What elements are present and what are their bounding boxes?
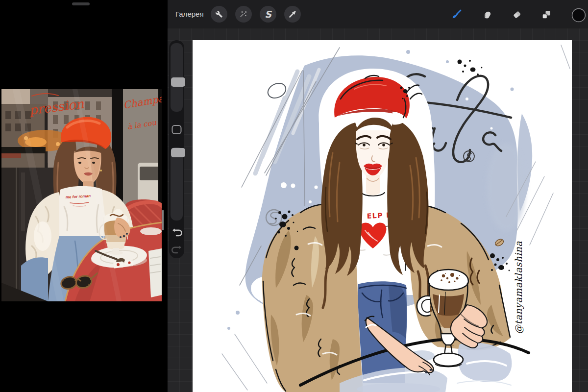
undo-button[interactable]	[171, 227, 183, 241]
actions-button[interactable]	[211, 6, 227, 23]
color-circle-icon	[571, 8, 586, 23]
svg-text:S: S	[265, 9, 272, 20]
scroll-indicator[interactable]	[162, 210, 164, 230]
top-toolbar: Галерея S	[168, 0, 588, 28]
gallery-button[interactable]: Галерея	[175, 0, 204, 28]
artist-signature: @tanyamaklashina	[513, 241, 524, 334]
selection-s-icon: S	[260, 6, 276, 23]
color-button[interactable]	[571, 8, 586, 24]
reference-panel: pression Champag à la cou	[0, 0, 168, 392]
layers-button[interactable]	[538, 6, 555, 25]
brush-icon	[448, 6, 465, 23]
undo-icon	[171, 227, 183, 239]
modify-square-icon	[172, 124, 182, 135]
smudge-icon	[479, 6, 496, 23]
canvas[interactable]: ELP L	[193, 40, 572, 392]
opacity-handle[interactable]	[171, 148, 185, 157]
magic-wand-icon	[235, 6, 252, 23]
brush-size-handle[interactable]	[171, 77, 185, 87]
brush-size-slider[interactable]	[171, 43, 183, 112]
artwork-illustration: ELP L	[193, 40, 572, 392]
eraser-icon	[509, 6, 525, 23]
workspace: ELP L	[168, 28, 588, 392]
reference-photo: pression Champag à la cou	[1, 89, 162, 301]
layers-icon	[538, 6, 555, 23]
transform-button[interactable]	[284, 6, 301, 23]
opacity-slider[interactable]	[171, 147, 183, 220]
procreate-app: Галерея S	[168, 0, 588, 392]
adjustments-button[interactable]	[235, 6, 252, 23]
reference-photo-window[interactable]: pression Champag à la cou	[1, 89, 162, 301]
erase-tool-button[interactable]	[509, 6, 525, 25]
transform-arrow-icon	[284, 6, 301, 23]
redo-icon	[171, 244, 183, 256]
redo-button[interactable]	[171, 244, 183, 258]
sidebar	[169, 40, 184, 258]
smudge-tool-button[interactable]	[479, 6, 496, 25]
paint-tool-button[interactable]	[448, 6, 465, 25]
modify-button[interactable]	[172, 124, 182, 137]
wrench-icon	[211, 6, 227, 23]
selection-button[interactable]: S	[260, 6, 276, 23]
slideover-drag-handle[interactable]	[72, 2, 90, 5]
